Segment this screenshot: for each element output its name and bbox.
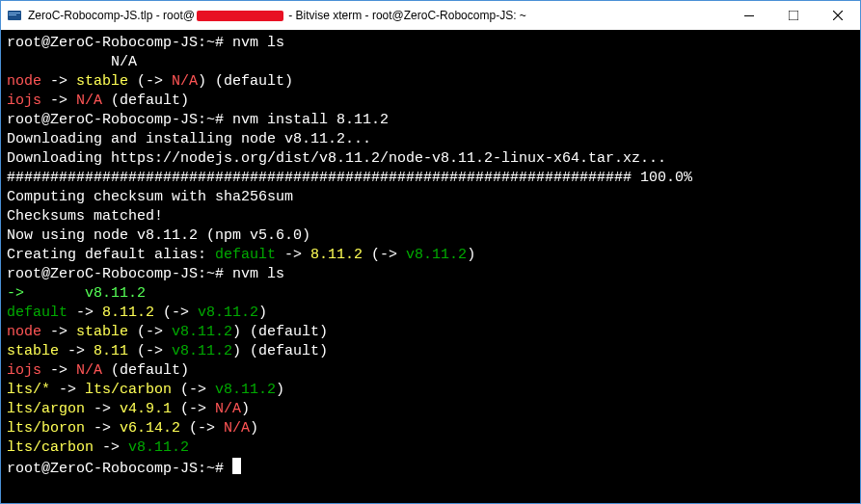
checksum-line: Computing checksum with sha256sum — [7, 189, 293, 205]
creating-alias-line: Creating default alias: default -> 8.11.… — [7, 247, 475, 263]
redacted-host — [197, 11, 283, 21]
svg-rect-2 — [9, 14, 16, 15]
iojs-alias-line: iojs -> N/A (default) — [7, 362, 189, 379]
prompt-line: root@ZeroC-Robocomp-JS:~# nvm ls — [7, 35, 284, 51]
lts-argon-line: lts/argon -> v4.9.1 (-> N/A) — [7, 401, 250, 417]
maximize-button[interactable] — [771, 1, 816, 30]
default-alias-line: default -> 8.11.2 (-> v8.11.2) — [7, 305, 267, 321]
svg-rect-3 — [744, 15, 754, 16]
svg-rect-1 — [9, 13, 20, 13]
prompt-line: root@ZeroC-Robocomp-JS:~# nvm ls — [7, 266, 284, 282]
download-line: Downloading https://nodejs.org/dist/v8.1… — [7, 150, 666, 167]
current-version-line: -> v8.11.2 — [7, 285, 146, 302]
application-window: ZeroC-Robocomp-JS.tlp - root@ - Bitvise … — [0, 0, 861, 504]
progress-bar-line: ########################################… — [7, 170, 692, 186]
svg-rect-4 — [789, 11, 798, 20]
node-alias-line: node -> stable (-> v8.11.2) (default) — [7, 324, 328, 340]
minimize-button[interactable] — [727, 1, 771, 30]
close-button[interactable] — [816, 1, 860, 30]
app-icon — [7, 8, 22, 23]
window-controls — [727, 1, 860, 30]
titlebar[interactable]: ZeroC-Robocomp-JS.tlp - root@ - Bitvise … — [1, 1, 860, 30]
prompt-line: root@ZeroC-Robocomp-JS:~# nvm install 8.… — [7, 112, 389, 128]
window-title: ZeroC-Robocomp-JS.tlp - root@ - Bitvise … — [28, 9, 526, 22]
node-alias-line: node -> stable (-> N/A) (default) — [7, 73, 293, 90]
lts-boron-line: lts/boron -> v6.14.2 (-> N/A) — [7, 420, 258, 437]
terminal-output[interactable]: root@ZeroC-Robocomp-JS:~# nvm ls N/A nod… — [1, 30, 860, 503]
lts-carbon-line: lts/carbon -> v8.11.2 — [7, 439, 189, 456]
cursor — [232, 458, 241, 474]
now-using-line: Now using node v8.11.2 (npm v5.6.0) — [7, 227, 310, 244]
stable-alias-line: stable -> 8.11 (-> v8.11.2) (default) — [7, 343, 328, 359]
lts-star-line: lts/* -> lts/carbon (-> v8.11.2) — [7, 382, 284, 398]
prompt-line: root@ZeroC-Robocomp-JS:~# — [7, 461, 232, 477]
iojs-alias-line: iojs -> N/A (default) — [7, 93, 189, 109]
download-line: Downloading and installing node v8.11.2.… — [7, 131, 371, 147]
na-line: N/A — [7, 54, 137, 70]
checksum-matched-line: Checksums matched! — [7, 208, 163, 225]
